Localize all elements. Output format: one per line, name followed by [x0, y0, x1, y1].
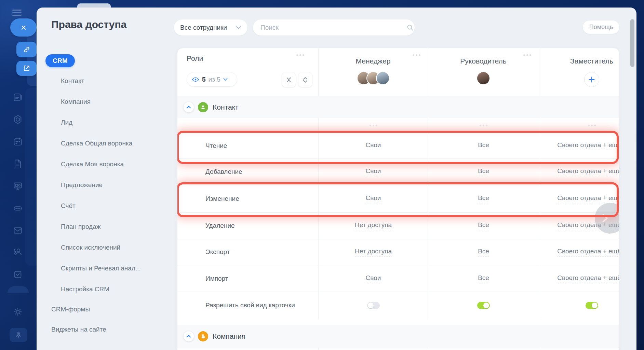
sidebar-item[interactable]: Предложение	[61, 181, 103, 189]
page-title: Права доступа	[51, 19, 126, 30]
collapse-all-button[interactable]	[282, 72, 296, 87]
access-rights-table: Роли 5 из 5 Менеджер	[177, 48, 619, 350]
permission-value[interactable]: Своего отдела + ещё 1	[557, 274, 619, 283]
permission-value[interactable]: Все	[478, 274, 489, 283]
permission-value[interactable]: Все	[478, 248, 489, 256]
expand-all-button[interactable]	[298, 72, 312, 87]
plus-icon	[588, 76, 595, 83]
permission-label: Экспорт	[177, 239, 318, 265]
permission-row: УдалениеНет доступаВсеСвоего отдела + ещ…	[177, 212, 619, 239]
avatar	[477, 71, 490, 85]
section-contact: Контакт	[177, 96, 619, 118]
crm-badge[interactable]: CRM	[45, 54, 75, 67]
chevron-down-icon	[223, 78, 228, 81]
collapse-section-button[interactable]	[184, 102, 194, 112]
chevron-down-icon	[236, 26, 241, 29]
role-column-head: Руководитель	[428, 48, 539, 96]
avatar	[376, 71, 390, 85]
calendar-icon[interactable]	[12, 136, 23, 147]
sidebar-item[interactable]: План продаж	[61, 223, 100, 230]
partial-row	[177, 348, 619, 350]
collapse-section-button[interactable]	[184, 331, 194, 341]
permission-toggle[interactable]	[586, 302, 598, 309]
tasks-icon[interactable]	[12, 269, 23, 280]
expand-icon	[302, 76, 308, 83]
chevron-up-icon	[186, 335, 191, 338]
column-menus-row	[177, 118, 619, 132]
role-avatars[interactable]	[428, 71, 539, 85]
permission-value[interactable]: Все	[478, 167, 489, 176]
company-icon	[198, 331, 208, 341]
column-menu-icon[interactable]	[413, 54, 420, 56]
sidebar-item[interactable]: Скрипты и Речевая анал...	[61, 265, 141, 272]
sidebar-item[interactable]: Список исключений	[61, 244, 120, 251]
copy-link-button[interactable]	[16, 42, 37, 57]
section-gap	[177, 319, 619, 325]
sidebar-item[interactable]: Счёт	[61, 202, 76, 210]
permission-value[interactable]: Нет доступа	[355, 248, 392, 256]
sidebar-item[interactable]: Виджеты на сайте	[51, 326, 106, 333]
permission-value[interactable]: Нет доступа	[355, 221, 392, 230]
sidebar-item[interactable]: CRM-формы	[51, 306, 90, 313]
menu-icon[interactable]	[12, 10, 22, 16]
rail-strip	[25, 88, 37, 266]
cell-menu-icon[interactable]	[588, 125, 596, 126]
rocket-button[interactable]	[10, 328, 27, 342]
collapse-icon	[286, 76, 292, 83]
scrollbar[interactable]	[630, 19, 634, 67]
drive-icon[interactable]	[12, 203, 23, 214]
search-input[interactable]	[253, 24, 401, 31]
permission-value[interactable]: Свои	[366, 274, 381, 283]
sidebar-item[interactable]: Контакт	[61, 77, 84, 85]
permission-value[interactable]: Своего отдела + ещё 1	[557, 194, 619, 203]
presentation-icon[interactable]	[12, 181, 23, 192]
role-avatars[interactable]	[318, 71, 428, 85]
employee-filter-label: Все сотрудники	[180, 24, 227, 31]
permission-value[interactable]: Своего отдела + ещё 1	[557, 167, 619, 176]
permission-label: Чтение	[177, 133, 318, 158]
open-in-new-icon	[23, 64, 31, 72]
rocket-icon	[14, 330, 23, 340]
cell-menu-icon[interactable]	[370, 125, 377, 126]
visible-roles-dropdown[interactable]: 5 из 5	[187, 72, 237, 87]
permission-value[interactable]: Свои	[366, 141, 381, 150]
app-rail	[0, 0, 37, 350]
permission-value[interactable]: Все	[478, 221, 489, 230]
sidebar-item[interactable]: Компания	[61, 98, 91, 106]
employee-filter-dropdown[interactable]: Все сотрудники	[174, 19, 247, 36]
gear-icon[interactable]	[12, 306, 23, 317]
permission-value[interactable]: Своего отдела + ещё 1	[557, 248, 619, 256]
column-menu-icon[interactable]	[523, 54, 531, 56]
people-icon[interactable]	[12, 246, 23, 257]
permission-rows: ЧтениеСвоиВсеСвоего отдела + ещё 1Добавл…	[177, 132, 619, 319]
feed-icon[interactable]	[12, 92, 23, 103]
add-employee-button[interactable]	[584, 72, 599, 87]
sidebar-item[interactable]: Лид	[61, 119, 72, 126]
contact-icon	[198, 102, 208, 112]
roles-column-title: Роли	[187, 54, 203, 62]
search-field[interactable]	[253, 19, 415, 36]
sidebar-item[interactable]: Сделка Моя воронка	[61, 160, 124, 168]
permission-toggle[interactable]	[367, 302, 380, 309]
rail-active-strip	[27, 31, 37, 86]
permission-value[interactable]: Своего отдела + ещё 1	[557, 141, 619, 150]
document-icon[interactable]	[12, 158, 23, 169]
permission-row: ДобавлениеСвоиВсеСвоего отдела + ещё 1	[177, 158, 619, 185]
mail-icon[interactable]	[12, 225, 23, 236]
permission-value[interactable]: Все	[478, 194, 489, 203]
permission-value[interactable]: Свои	[366, 194, 381, 203]
open-in-new-button[interactable]	[16, 61, 37, 76]
permission-row: ЭкспортНет доступаВсеСвоего отдела + ещё…	[177, 239, 619, 265]
column-menu-icon[interactable]	[296, 54, 304, 56]
help-button[interactable]: Помощь	[583, 20, 619, 34]
close-icon	[20, 24, 27, 31]
hexagon-icon[interactable]	[12, 114, 23, 125]
permission-value[interactable]: Свои	[366, 167, 381, 176]
permission-value[interactable]: Все	[478, 141, 489, 150]
close-button[interactable]	[10, 18, 37, 37]
cell-menu-icon[interactable]	[480, 125, 487, 126]
permission-toggle[interactable]	[477, 302, 490, 309]
chevron-right-icon	[599, 212, 611, 224]
sidebar-item[interactable]: Настройка CRM	[61, 285, 109, 293]
sidebar-item[interactable]: Сделка Общая воронка	[61, 140, 132, 147]
